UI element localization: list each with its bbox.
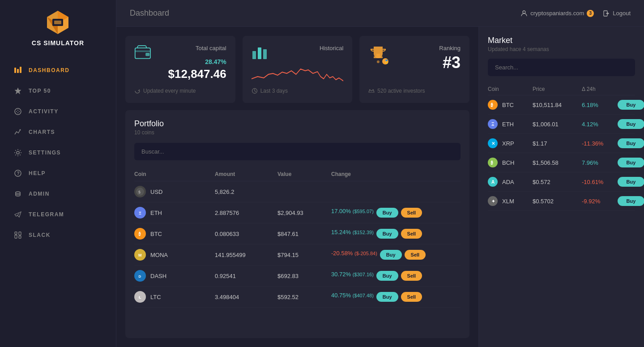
sell-dash-button[interactable]: Sell (401, 271, 422, 281)
sell-mona-button[interactable]: Sell (405, 250, 426, 260)
page-title: Dashboard (130, 9, 169, 18)
navigation: DASHBOARD TOP 50 (0, 60, 116, 245)
svg-text:Ξ: Ξ (491, 122, 495, 127)
btc-coin-icon: ₿ (134, 228, 146, 240)
svg-text:✦: ✦ (491, 199, 495, 204)
market-coin-ada: A ADA (488, 177, 533, 187)
market-change-bch: 7.96% (582, 159, 618, 166)
market-row-eth: Ξ ETH $1,006.01 4.12% Buy (488, 115, 635, 134)
market-buy-btc[interactable]: Buy (618, 100, 644, 110)
buy-dash-button[interactable]: Buy (376, 271, 398, 281)
username: cryptospaniards.com (530, 10, 584, 17)
sidebar-item-activity[interactable]: ACTIVITY (0, 101, 116, 122)
market-buy-xlm[interactable]: Buy (618, 196, 644, 206)
svg-point-14 (20, 129, 21, 131)
amount-mona: 141.955499 (215, 252, 277, 258)
market-buy-xrp[interactable]: Buy (618, 138, 644, 148)
refresh-icon (134, 88, 141, 94)
market-coin-name-xlm: XLM (502, 198, 514, 205)
table-row: Ł LTC 3.498404 $592.52 40.75% ($407.48) … (134, 287, 461, 308)
portfolio-title: Portfolio (134, 119, 461, 129)
admin-icon (13, 189, 22, 198)
table-row: Ξ ETH 2.887576 $2,904.93 17.00% ($595.07… (134, 202, 461, 223)
coin-cell-mona: M MONA (134, 249, 215, 261)
sidebar-item-top50[interactable]: TOP 50 (0, 81, 116, 101)
market-coin-name-xrp: XRP (502, 140, 514, 147)
buy-btc-button[interactable]: Buy (376, 229, 398, 239)
market-row-ada: A ADA $0.572 -10.61% Buy (488, 172, 635, 192)
market-price-bch: $1,506.58 (533, 159, 582, 166)
market-change-xlm: -9.92% (582, 198, 618, 205)
wallet-icon (134, 45, 152, 61)
sidebar-item-admin[interactable]: ADMIN (0, 184, 116, 204)
sell-eth-button[interactable]: Sell (401, 208, 422, 218)
market-coin-btc: ₿ BTC (488, 100, 533, 110)
market-xlm-icon: ✦ (488, 196, 498, 206)
sidebar-item-slack[interactable]: SLACK (0, 225, 116, 245)
value-mona: $794.15 (277, 252, 331, 258)
market-buy-ada[interactable]: Buy (618, 177, 644, 187)
market-row-xrp: ✕ XRP $1.17 -11.36% Buy (488, 134, 635, 153)
dashboard-icon (13, 66, 22, 75)
svg-rect-23 (19, 236, 21, 238)
action-buttons-btc: 15.24% ($152.39) Buy Sell (331, 229, 461, 239)
bar-chart-icon (252, 45, 269, 61)
logout-icon (603, 10, 610, 17)
sidebar-item-dashboard[interactable]: DASHBOARD (0, 60, 116, 81)
col-value: Value (277, 171, 331, 177)
value-eth: $2,904.93 (277, 210, 331, 216)
logout-label: Logout (613, 10, 631, 17)
col-coin: Coin (134, 171, 215, 177)
sidebar-item-help[interactable]: ? HELP (0, 163, 116, 184)
market-search[interactable] (488, 59, 635, 76)
market-eth-icon: Ξ (488, 119, 498, 129)
portfolio-search[interactable] (134, 143, 461, 160)
svg-point-35 (377, 60, 380, 63)
market-price-eth: $1,006.01 (533, 121, 582, 128)
change-btc: 15.24% ($152.39) (331, 229, 374, 239)
coin-cell-dash: D DASH (134, 270, 215, 282)
portfolio-subtitle: 10 coins (134, 129, 461, 136)
sidebar-item-settings[interactable]: SETTINGS (0, 142, 116, 163)
amount-btc: 0.080633 (215, 231, 277, 237)
market-bch-icon: ₿ (488, 158, 498, 167)
ranking-title: Ranking (439, 45, 461, 51)
top50-icon (13, 86, 22, 95)
svg-text:A: A (491, 180, 495, 184)
total-capital-percent: 28.47% (205, 58, 226, 65)
logo-area: CS SIMULATOR (32, 9, 84, 47)
svg-text:M: M (138, 253, 142, 257)
logo-text: CS SIMULATOR (32, 39, 84, 47)
historical-subtitle: Last 3 days (260, 88, 288, 94)
amount-eth: 2.887576 (215, 210, 277, 216)
coin-name-ltc: LTC (150, 294, 161, 300)
sell-btc-button[interactable]: Sell (401, 229, 422, 239)
sidebar-item-telegram[interactable]: TELEGRAM (0, 204, 116, 225)
svg-rect-22 (19, 232, 21, 235)
market-buy-eth[interactable]: Buy (618, 119, 644, 129)
market-price-xlm: $0.5702 (533, 198, 582, 205)
table-row: $ USD 5,826.2 (134, 181, 461, 202)
market-row-bch: ₿ BCH $1,506.58 7.96% Buy (488, 153, 635, 172)
buy-ltc-button[interactable]: Buy (376, 292, 398, 302)
buy-eth-button[interactable]: Buy (376, 208, 398, 218)
value-ltc: $592.52 (277, 294, 331, 300)
cards-row: Total capital 28.47% $12,847.46 (125, 36, 469, 103)
svg-text:D: D (139, 274, 141, 278)
svg-rect-34 (374, 56, 383, 58)
market-row-btc: ₿ BTC $10,511.84 6.18% Buy (488, 95, 635, 115)
svg-text:✕: ✕ (491, 141, 495, 146)
dash-coin-icon: D (134, 270, 146, 282)
svg-text:₿: ₿ (490, 160, 493, 165)
sidebar-item-charts[interactable]: CHARTS (0, 122, 116, 142)
market-buy-bch[interactable]: Buy (618, 158, 644, 167)
buy-mona-button[interactable]: Buy (380, 250, 402, 260)
logout-button[interactable]: Logout (603, 10, 631, 17)
table-row: M MONA 141.955499 $794.15 -20.58% ($-205… (134, 244, 461, 266)
amount-ltc: 3.498404 (215, 294, 277, 300)
sell-ltc-button[interactable]: Sell (401, 292, 422, 302)
historical-card: Historical Last 3 days (243, 36, 353, 103)
value-btc: $847.61 (277, 231, 331, 237)
svg-text:$: $ (138, 190, 141, 194)
svg-rect-28 (145, 53, 149, 56)
